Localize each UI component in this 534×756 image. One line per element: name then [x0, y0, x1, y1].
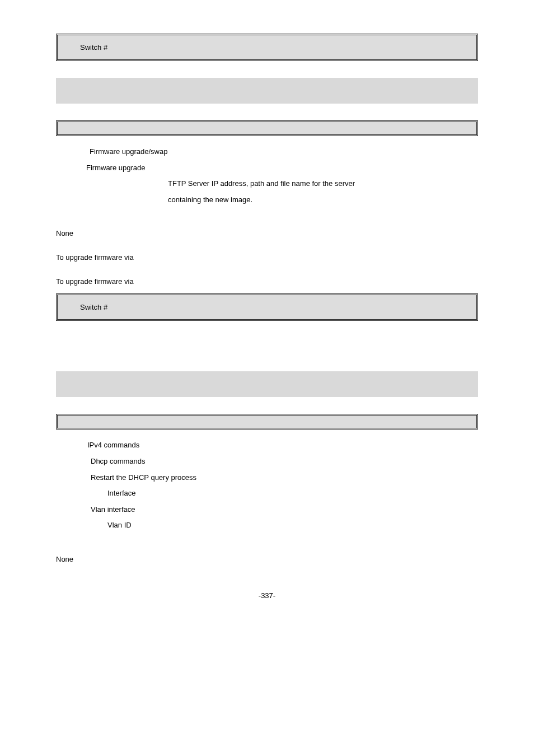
syntax-box-2 — [56, 414, 478, 430]
param-text: Firmware upgrade — [86, 164, 146, 172]
default-none-2: None — [56, 555, 478, 563]
section-header-2 — [56, 371, 478, 397]
param-desc: TFTP Server IP address, path and file na… — [168, 176, 414, 208]
code-block-mid: Switch # — [56, 293, 478, 321]
param-text: IPv4 commands — [87, 441, 139, 449]
param-text: Firmware upgrade/swap — [90, 147, 167, 156]
param-list-2: IPv4 commands Dhcp commands Restart the … — [87, 437, 478, 534]
param-text: Dhcp commands — [91, 457, 146, 465]
syntax-box-1 — [56, 120, 478, 136]
usage-line-2: To upgrade firmware via — [56, 277, 478, 286]
param-text: Restart the DHCP query process — [91, 473, 196, 482]
section-header-1 — [56, 78, 478, 104]
usage-line-1: To upgrade firmware via — [56, 253, 478, 262]
param-text: Interface — [107, 489, 136, 497]
desc-line: TFTP Server IP address, path and file na… — [168, 179, 355, 188]
param-text: Vlan ID — [107, 521, 132, 529]
code-text: Switch # — [80, 303, 107, 311]
param-list-1: Firmware upgrade/swap Firmware upgrade — [90, 144, 478, 176]
code-text: Switch # — [80, 43, 107, 52]
page-number: -337- — [56, 591, 478, 600]
code-block-top: Switch # — [56, 34, 478, 61]
default-none: None — [56, 229, 478, 237]
desc-line: containing the new image. — [168, 195, 252, 204]
param-text: Vlan interface — [91, 505, 135, 514]
